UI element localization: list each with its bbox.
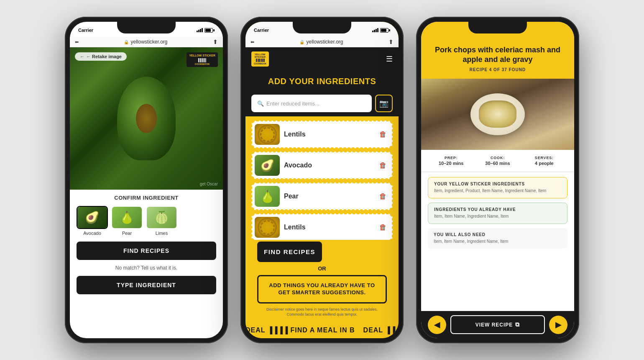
next-arrow-button[interactable]: ▶	[549, 316, 567, 334]
url-text-1: yellowsticker.org	[130, 39, 167, 45]
find-recipes-button-1[interactable]: FIND RECIPES	[77, 242, 216, 260]
watermark-text: get Oscar	[200, 182, 218, 186]
share-icon-2[interactable]: ⬆	[388, 39, 394, 45]
retake-arrow-icon: ←	[80, 54, 84, 59]
ing-section-green: INGREDIENTS YOU ALREADY HAVE Item, Item …	[428, 203, 567, 224]
url-bar-2[interactable]: 🔒 yellowsticker.org	[299, 39, 343, 45]
ingredient-row-lentils-2: Lentils 🗑	[251, 213, 393, 240]
delete-icon-avocado[interactable]: 🗑	[379, 161, 387, 170]
disclaimer-text: Disclaimer notice goes here in neque fam…	[251, 303, 393, 321]
ing-section-light: YOU WILL ALSO NEED Item, Item Name, Ingr…	[428, 228, 567, 249]
carrier-2: Carrier	[254, 28, 269, 33]
view-recipe-button[interactable]: VIEW RECIPE ⧉	[450, 315, 545, 334]
pear-emoji: 🍐	[112, 207, 142, 228]
scene: Carrier ⬅ 🔒	[0, 0, 644, 360]
lentils-thumb-1	[255, 124, 280, 145]
avocado-thumb: 🥑	[255, 155, 280, 176]
prev-arrow-button[interactable]: ◀	[428, 316, 446, 334]
find-recipes-button-2[interactable]: FIND RECIPES	[257, 242, 322, 262]
ticker-text-2: DEAL ▐▐▐▐ FIND A MEAL IN B	[363, 327, 399, 334]
ys-logo-overlay: YELLOW STICKER COOKBOOK	[187, 52, 218, 67]
recipe-title: Pork chops with celeriac mash and apple …	[429, 45, 566, 65]
meta-prep-label: PREP:	[428, 156, 474, 160]
external-link-icon: ⧉	[515, 321, 520, 328]
phone2-cta-area: FIND RECIPES OR ADD THINGS YOU ALREADY H…	[245, 240, 399, 322]
phone-1: Carrier ⬅ 🔒	[65, 17, 228, 343]
search-input[interactable]: 🔍 Enter reduced items...	[251, 95, 372, 112]
ingredient-row-lentils-1: Lentils 🗑	[251, 121, 393, 148]
retake-button[interactable]: ← ← Retake image	[75, 52, 127, 61]
ing-section-yellow: YOUR YELLOW STICKER INGREDIENTS Item, In…	[428, 177, 567, 198]
delete-icon-pear[interactable]: 🗑	[379, 192, 387, 201]
avocado-emoji: 🥑	[77, 207, 107, 228]
battery-icon-1	[204, 28, 215, 33]
ing-section-green-items: Item, Item Name, Ingredient Name, Item	[434, 213, 561, 219]
phone-2-nav: YELLOWSTICKER COOKBOOK ☰	[245, 47, 399, 71]
choice-avocado[interactable]: 🥑 Avocado	[77, 206, 108, 236]
pear-img-2: 🍐	[255, 186, 280, 207]
delete-icon-lentils-2[interactable]: 🗑	[379, 223, 387, 232]
browser-bar-1: ⬅ 🔒 yellowsticker.org ⬆	[70, 37, 223, 47]
lentils-img-2	[255, 217, 280, 238]
lock-icon-1: 🔒	[124, 40, 129, 44]
limes-emoji: 🍈	[147, 207, 176, 228]
phone-2-screen: Carrier ⬅ 🔒	[245, 22, 399, 338]
delete-icon-lentils-1[interactable]: 🗑	[379, 130, 387, 139]
recipe-subtitle: RECIPE 4 OF 37 FOUND	[429, 67, 566, 72]
avocado-label: Avocado	[83, 231, 101, 236]
search-icon: 🔍	[257, 100, 264, 107]
or-text: OR	[251, 262, 393, 275]
phone-1-screen: Carrier ⬅ 🔒	[70, 22, 223, 338]
ticker-content: DEAL ▐▐▐▐ FIND A MEAL IN B DEAL ▐▐▐▐ FIN…	[245, 327, 399, 334]
camera-button[interactable]: 📷	[375, 95, 393, 112]
hamburger-menu-icon[interactable]: ☰	[386, 54, 393, 64]
camera-photo-area: ← ← Retake image YELLOW STICKER COOKBOOK…	[70, 47, 223, 190]
add-ingredients-title: ADD YOUR INGREDIENTS	[245, 71, 399, 90]
ing-section-green-title: INGREDIENTS YOU ALREADY HAVE	[434, 207, 561, 212]
phone-3-screen: Pork chops with celeriac mash and apple …	[421, 22, 574, 338]
camera-icon: 📷	[379, 99, 388, 108]
phone-2: Carrier ⬅ 🔒	[240, 17, 404, 343]
meta-cook-label: COOK:	[474, 156, 521, 160]
choice-pear[interactable]: 🍐 Pear	[111, 206, 143, 236]
search-placeholder: Enter reduced items...	[266, 100, 319, 107]
notch-2	[293, 22, 351, 33]
no-match-text: No match? Tell us what it is.	[77, 265, 216, 271]
pear-label: Pear	[122, 231, 132, 236]
confirm-section: CONFIRM INGREDIENT 🥑 Avocado 🍐	[70, 190, 223, 299]
status-icons-2	[372, 28, 390, 33]
ingredient-name-lentils-2: Lentils	[284, 224, 375, 231]
pear-thumb: 🍐	[255, 186, 280, 207]
phone-3: Pork chops with celeriac mash and apple …	[416, 17, 579, 343]
lentils-thumb-2	[255, 217, 280, 238]
meta-prep-value: 10–20 mins	[428, 161, 474, 166]
share-icon-1[interactable]: ⬆	[213, 39, 218, 45]
ing-section-light-items: Item, Item Name, Ingredient Name, Item	[434, 239, 562, 244]
recipe-meta: PREP: 10–20 mins COOK: 30–60 mins SERVES…	[421, 150, 574, 172]
meta-serves-label: SERVES:	[521, 156, 567, 160]
type-ingredient-button[interactable]: TYPE INGREDIENT	[77, 276, 216, 294]
browser-bar-2: ⬅ 🔒 yellowsticker.org ⬆	[245, 37, 399, 47]
signal-icon-1	[197, 28, 203, 32]
choice-limes[interactable]: 🍈 Limes	[146, 206, 177, 236]
limes-choice-img[interactable]: 🍈	[146, 206, 177, 229]
battery-icon-2	[380, 28, 390, 33]
food-plate	[470, 93, 525, 135]
ys-logo-text: YELLOW STICKER	[189, 54, 215, 57]
barcode-icon	[198, 58, 206, 62]
phone-3-content: Pork chops with celeriac mash and apple …	[421, 22, 574, 338]
ingredient-name-lentils-1: Lentils	[284, 131, 375, 138]
ingredient-name-pear: Pear	[284, 193, 375, 200]
nav-barcode-icon	[256, 59, 265, 62]
avocado-photo: ← ← Retake image YELLOW STICKER COOKBOOK…	[70, 47, 223, 190]
url-bar-1[interactable]: 🔒 yellowsticker.org	[124, 39, 167, 45]
notch-3	[468, 22, 527, 33]
nav-logo: YELLOWSTICKER COOKBOOK	[251, 51, 269, 67]
nav-cookbook-text: COOKBOOK	[254, 62, 266, 65]
add-things-button[interactable]: ADD THINGS YOU ALREADY HAVE TO GET SMART…	[257, 275, 387, 303]
avocado-choice-img[interactable]: 🥑	[77, 206, 108, 229]
meta-cook: COOK: 30–60 mins	[474, 156, 521, 166]
pear-choice-img[interactable]: 🍐	[111, 206, 143, 229]
food-visual	[470, 93, 525, 135]
url-text-2: yellowsticker.org	[306, 39, 343, 45]
